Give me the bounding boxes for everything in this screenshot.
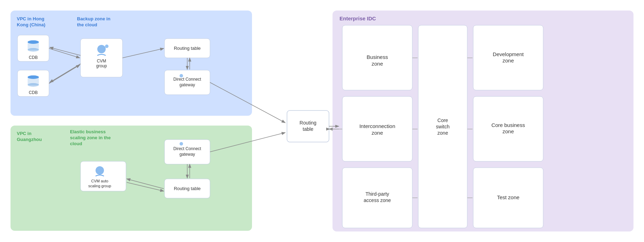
svg-line-35 <box>210 82 285 123</box>
svg-text:scaling group: scaling group <box>88 184 111 188</box>
svg-text:CVM auto: CVM auto <box>91 179 108 183</box>
svg-point-14 <box>97 45 106 53</box>
svg-text:zone: zone <box>438 130 448 136</box>
svg-text:Kong (China): Kong (China) <box>17 22 46 27</box>
svg-text:group: group <box>96 63 107 68</box>
svg-rect-62 <box>342 25 412 90</box>
svg-text:Routing table: Routing table <box>174 46 201 51</box>
svg-point-4 <box>28 40 39 44</box>
svg-point-17 <box>105 45 108 48</box>
svg-line-30 <box>50 47 80 55</box>
svg-text:Development: Development <box>493 51 524 57</box>
svg-text:switch: switch <box>436 124 450 129</box>
svg-rect-78 <box>473 96 543 161</box>
svg-line-28 <box>49 48 80 58</box>
svg-text:Core: Core <box>438 117 448 123</box>
svg-text:access zone: access zone <box>364 197 391 203</box>
svg-text:gateway: gateway <box>180 152 195 157</box>
svg-rect-41 <box>164 140 210 164</box>
svg-text:Interconnection: Interconnection <box>359 123 396 129</box>
svg-text:Third-party: Third-party <box>365 191 389 197</box>
svg-text:CVM: CVM <box>97 59 106 63</box>
svg-point-12 <box>28 75 39 79</box>
diagram-svg: CDB CDB CVM group Routing table Direct C… <box>7 7 637 235</box>
svg-text:Elastic business: Elastic business <box>70 129 106 134</box>
svg-rect-75 <box>473 25 543 90</box>
svg-point-7 <box>28 40 39 44</box>
svg-text:the cloud: the cloud <box>77 22 97 27</box>
svg-rect-81 <box>473 168 543 228</box>
svg-line-31 <box>50 64 80 82</box>
svg-text:scaling zone in the: scaling zone in the <box>70 135 111 140</box>
svg-rect-20 <box>164 70 210 95</box>
svg-line-53 <box>127 179 164 189</box>
svg-rect-13 <box>80 39 122 77</box>
svg-text:Test zone: Test zone <box>497 194 519 200</box>
svg-rect-0 <box>10 11 252 116</box>
svg-text:cloud: cloud <box>70 141 82 146</box>
svg-line-29 <box>49 65 80 83</box>
svg-text:Direct Connect: Direct Connect <box>173 146 201 151</box>
svg-text:VPC in Hong: VPC in Hong <box>17 16 44 21</box>
svg-point-48 <box>96 166 104 175</box>
svg-rect-56 <box>287 110 329 142</box>
svg-text:Core business: Core business <box>491 122 525 128</box>
svg-rect-18 <box>164 39 210 58</box>
svg-text:zone: zone <box>503 128 514 134</box>
svg-rect-47 <box>80 161 126 191</box>
svg-rect-1 <box>10 126 252 231</box>
svg-point-11 <box>28 83 39 87</box>
svg-rect-3 <box>18 35 49 61</box>
svg-point-9 <box>28 75 39 79</box>
svg-rect-68 <box>342 168 412 228</box>
svg-text:Routing table: Routing table <box>174 186 201 191</box>
svg-rect-45 <box>164 179 210 198</box>
svg-text:Business: Business <box>367 54 388 60</box>
svg-rect-2 <box>332 11 634 231</box>
svg-text:Backup zone in: Backup zone in <box>77 16 110 21</box>
diagram: CDB CDB CVM group Routing table Direct C… <box>7 7 637 235</box>
svg-text:Guangzhou: Guangzhou <box>17 137 42 142</box>
svg-point-23 <box>180 74 183 78</box>
svg-rect-71 <box>418 25 467 228</box>
svg-rect-10 <box>28 77 39 85</box>
svg-line-55 <box>210 133 285 152</box>
svg-rect-65 <box>342 96 412 161</box>
svg-text:Enterprise IDC: Enterprise IDC <box>340 15 376 21</box>
svg-text:Direct Connect: Direct Connect <box>173 77 201 82</box>
svg-rect-5 <box>28 42 39 50</box>
svg-text:gateway: gateway <box>180 82 195 87</box>
svg-text:zone: zone <box>503 58 514 63</box>
svg-text:VPC in: VPC in <box>17 131 31 136</box>
svg-text:zone: zone <box>372 130 383 136</box>
svg-line-32 <box>122 48 164 58</box>
cdb1-label: CDB <box>29 55 37 60</box>
svg-text:Routing: Routing <box>300 120 316 126</box>
svg-rect-8 <box>18 70 49 96</box>
svg-text:table: table <box>303 126 314 132</box>
svg-point-6 <box>28 48 39 52</box>
svg-text:zone: zone <box>372 61 383 67</box>
cdb2-label: CDB <box>29 90 37 95</box>
svg-point-44 <box>180 142 183 146</box>
svg-line-54 <box>127 182 164 191</box>
